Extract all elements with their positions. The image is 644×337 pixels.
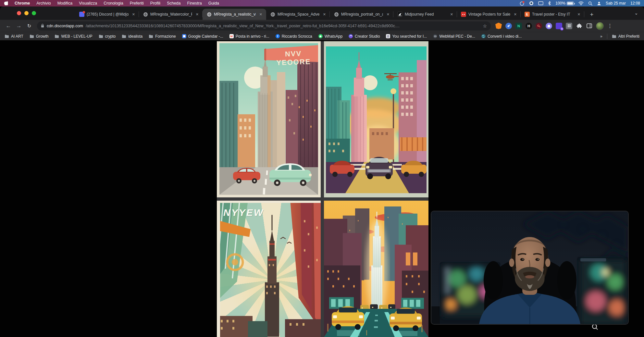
menu-item-chrome[interactable]: Chrome: [15, 1, 30, 6]
wifi-icon[interactable]: [578, 1, 584, 5]
bookmark-folder-growth[interactable]: Growth: [30, 34, 49, 39]
tab-portrait[interactable]: MRregista_portrait_on_a ✕: [330, 9, 393, 20]
tab-discord[interactable]: (2765) Discord | @Midjou ✕: [75, 9, 139, 20]
apple-menu-icon[interactable]: [4, 1, 8, 6]
tab-realistic-view-active[interactable]: MRregista_a_realistic_vie ✕: [203, 9, 266, 20]
bookmark-webmail-pec[interactable]: WebMail PEC - De...: [433, 34, 475, 39]
record-button-icon[interactable]: [529, 1, 534, 6]
chrome-menu-icon[interactable]: ⋮: [607, 23, 613, 29]
tab-close-icon[interactable]: ✕: [449, 12, 454, 17]
bookmark-creator-studio[interactable]: Creator Studio: [349, 34, 380, 39]
display-icon[interactable]: [538, 1, 543, 6]
tab-etsy[interactable]: E Travel poster - Etsy IT ✕: [521, 9, 584, 20]
menu-item-profili[interactable]: Profili: [150, 1, 160, 6]
tab-vintage-posters[interactable]: Vintage Posters for Sale | ✕: [457, 9, 521, 20]
h-extension-icon[interactable]: H: [526, 23, 532, 29]
tab-watercolor[interactable]: MRregista_Watercolor_Pa ✕: [139, 9, 203, 20]
ghost-extension-icon[interactable]: [546, 23, 552, 29]
bookmarks-overflow-chevron[interactable]: »: [600, 34, 602, 39]
profile-avatar[interactable]: [596, 22, 604, 30]
chrome-toolbar: ← → ↻ cdn.discordapp.com /attachments/10…: [0, 20, 644, 32]
tab-close-icon[interactable]: ✕: [322, 12, 327, 17]
globe-favicon: [143, 12, 148, 17]
tab-close-icon[interactable]: ✕: [576, 12, 582, 17]
zoom-window-button[interactable]: [32, 11, 36, 15]
tab-space-adventure[interactable]: MRregista_Space_Advent ✕: [266, 9, 330, 20]
menu-item-finestra[interactable]: Finestra: [187, 1, 202, 6]
screen: Chrome Archivio Modifica Visualizza Cron…: [0, 0, 644, 337]
midjourney-favicon: [397, 12, 402, 17]
poster-new-york-sunset: [324, 41, 428, 197]
menu-item-cronologia[interactable]: Cronologia: [104, 1, 123, 6]
menu-date[interactable]: Sab 25 mar: [606, 1, 626, 6]
tab-close-icon[interactable]: ✕: [513, 12, 518, 17]
menu-item-guida[interactable]: Guida: [208, 1, 219, 6]
folder-icon: [122, 34, 126, 38]
poster-taxi-canyon: [324, 201, 428, 337]
tab-midjourney-feed[interactable]: Midjourney Feed ✕: [393, 9, 457, 20]
bookmark-video-converter[interactable]: Converti i video di...: [481, 34, 522, 39]
folder-icon: [149, 34, 153, 38]
menu-item-preferiti[interactable]: Preferiti: [130, 1, 144, 6]
side-panel-icon[interactable]: [586, 23, 592, 29]
globe-favicon: [334, 12, 339, 17]
tab-close-icon[interactable]: ✕: [258, 12, 264, 17]
bluetooth-icon[interactable]: [548, 1, 551, 6]
menu-item-archivio[interactable]: Archivio: [36, 1, 51, 6]
url-domain: cdn.discordapp.com: [47, 24, 83, 28]
chrome-tab-strip: (2765) Discord | @Midjou ✕ MRregista_Wat…: [0, 6, 644, 20]
menu-clock[interactable]: 12:08: [630, 1, 640, 6]
zoom-cursor: [592, 324, 597, 329]
attachment-image-grid[interactable]: NVV YEOORE: [217, 41, 428, 337]
folder-icon: [30, 34, 34, 38]
creator-studio-icon: [349, 34, 353, 38]
stack-extension-icon[interactable]: [556, 23, 562, 29]
bookmark-facebook-profile[interactable]: f Riccardo Scrocca: [276, 34, 312, 39]
back-button[interactable]: ←: [4, 21, 13, 31]
grid-extension-icon[interactable]: [566, 23, 572, 29]
bookmark-gmail-inbox[interactable]: M Posta in arrivo - ri...: [229, 34, 269, 39]
menu-item-visualizza[interactable]: Visualizza: [79, 1, 97, 6]
folder-icon: [5, 34, 9, 38]
battery-indicator[interactable]: 100%: [555, 1, 574, 6]
minimize-window-button[interactable]: [24, 11, 29, 15]
webmail-icon: [433, 34, 437, 38]
page-viewport: NVV YEOORE: [0, 40, 644, 337]
bookmark-folder-idealista[interactable]: idealista: [122, 34, 142, 39]
google-calendar-icon: [182, 34, 186, 38]
bookmark-you-searched[interactable]: You searched for I...: [386, 34, 427, 39]
webcam-video-frame: [431, 211, 628, 324]
tab-search-chevron-icon[interactable]: ⌄: [634, 10, 638, 16]
other-bookmarks-folder[interactable]: Altri Preferiti: [612, 34, 639, 39]
n-extension-icon[interactable]: N: [515, 23, 522, 29]
tab-close-icon[interactable]: ✕: [131, 12, 136, 17]
address-bar[interactable]: cdn.discordapp.com /attachments/10135123…: [37, 21, 491, 31]
poster-nyyew-sunburst: NYYEW: [217, 201, 321, 337]
bookmark-google-calendar[interactable]: Google Calendar -...: [182, 34, 223, 39]
extensions-puzzle-icon[interactable]: [576, 23, 582, 29]
menu-item-modifica[interactable]: Modifica: [57, 1, 73, 6]
tab-close-icon[interactable]: ✕: [385, 12, 391, 17]
new-tab-button[interactable]: +: [588, 10, 596, 19]
forward-button[interactable]: →: [14, 21, 23, 31]
bookmark-folder-formazione[interactable]: Formazione: [149, 34, 176, 39]
menu-item-scheda[interactable]: Scheda: [167, 1, 180, 6]
screen-record-status-icon[interactable]: [520, 1, 525, 6]
spotlight-search-icon[interactable]: [588, 1, 592, 6]
bookmark-folder-ai-art[interactable]: AI ART: [5, 34, 23, 39]
bookmark-star-icon[interactable]: ☆: [483, 23, 487, 29]
bookmark-folder-crypto[interactable]: crypto: [99, 34, 116, 39]
close-window-button[interactable]: [17, 11, 21, 15]
bookmark-folder-web-level-up[interactable]: WEB - LEVEL-UP: [55, 34, 92, 39]
gmail-icon: M: [229, 34, 234, 38]
bookmark-whatsapp[interactable]: WhatsApp: [318, 34, 342, 39]
tab-close-icon[interactable]: ✕: [194, 12, 200, 17]
password-key-extension-icon[interactable]: [536, 23, 542, 29]
folder-icon: [99, 34, 103, 38]
page-icon: [386, 34, 390, 38]
blue-extension-icon[interactable]: [505, 23, 512, 29]
metamask-extension-icon[interactable]: [495, 23, 502, 29]
battery-percent-label: 100%: [555, 1, 565, 6]
reload-button[interactable]: ↻: [25, 21, 34, 31]
user-switch-icon[interactable]: [597, 1, 601, 6]
